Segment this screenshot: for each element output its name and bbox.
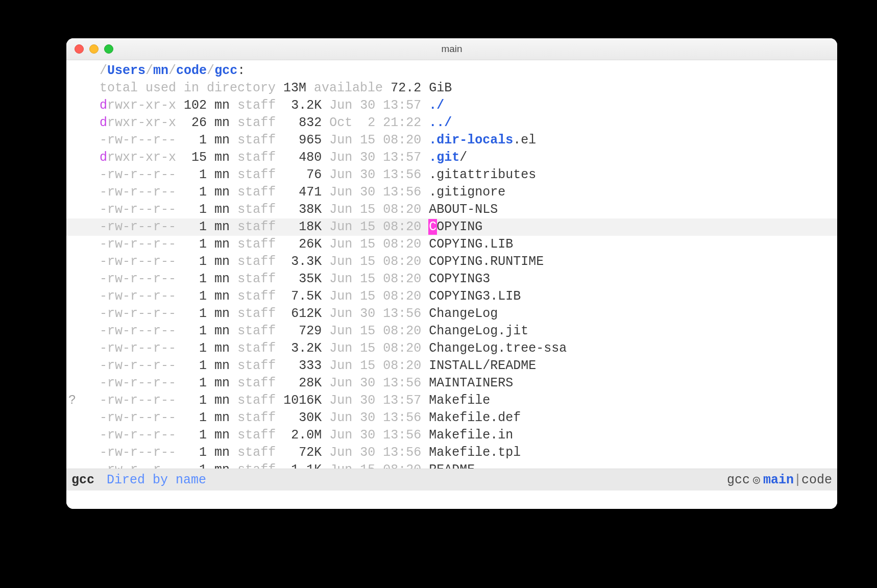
perm-dir-flag: d: [100, 98, 107, 113]
perm-bits: -rw-r--r--: [100, 289, 176, 304]
file-name[interactable]: .gitignore: [429, 185, 505, 200]
size: 965: [283, 133, 322, 148]
perm-bits: -rw-r--r--: [100, 254, 176, 269]
file-name-link[interactable]: ../: [429, 115, 452, 130]
dired-entry[interactable]: -rw-r--r-- 1 mn staff 612K Jun 30 13:56 …: [66, 305, 837, 323]
file-name[interactable]: Makefile.in: [429, 428, 513, 443]
dired-entry[interactable]: -rw-r--r-- 1 mn staff 18K Jun 15 08:20 C…: [66, 218, 837, 236]
file-name[interactable]: MAINTAINERS: [429, 376, 513, 390]
dired-entry[interactable]: -rw-r--r-- 1 mn staff 38K Jun 15 08:20 A…: [66, 201, 837, 218]
date: Jun 30 13:57: [329, 393, 421, 408]
size: 7.5K: [283, 289, 322, 304]
titlebar[interactable]: main: [66, 38, 837, 60]
dired-entry[interactable]: -rw-r--r-- 1 mn staff 35K Jun 15 08:20 C…: [66, 271, 837, 288]
file-name-suffix[interactable]: /: [459, 150, 467, 165]
size: 26K: [283, 237, 322, 252]
dired-entry[interactable]: drwxr-xr-x 102 mn staff 3.2K Jun 30 13:5…: [66, 97, 837, 114]
dired-entry[interactable]: ? -rw-r--r-- 1 mn staff 1016K Jun 30 13:…: [66, 392, 837, 409]
file-name-link[interactable]: .git: [429, 150, 459, 165]
date: Jun 30 13:56: [329, 167, 421, 182]
dired-entry[interactable]: -rw-r--r-- 1 mn staff 3.2K Jun 15 08:20 …: [66, 340, 837, 357]
owner: mn: [214, 358, 230, 373]
file-name[interactable]: COPYING3: [429, 272, 490, 286]
dired-entry[interactable]: -rw-r--r-- 1 mn staff 965 Jun 15 08:20 .…: [66, 132, 837, 149]
dired-summary: total used in directory 13M available 72…: [66, 80, 837, 97]
owner: mn: [214, 150, 230, 165]
date: Jun 15 08:20: [329, 341, 421, 356]
dired-entry[interactable]: -rw-r--r-- 1 mn staff 26K Jun 15 08:20 C…: [66, 236, 837, 253]
dired-entry[interactable]: -rw-r--r-- 1 mn staff 7.5K Jun 15 08:20 …: [66, 288, 837, 305]
path-segment[interactable]: Users: [107, 63, 145, 78]
file-name-suffix[interactable]: .el: [513, 133, 536, 148]
editor-buffer[interactable]: /Users/mn/code/gcc: total used in direct…: [66, 60, 837, 469]
group: staff: [237, 98, 276, 113]
file-name[interactable]: COPYING.LIB: [429, 237, 513, 252]
modeline-buffer-name[interactable]: gcc: [71, 473, 94, 487]
file-name[interactable]: ChangeLog.jit: [429, 324, 528, 338]
date: Jun 30 13:56: [329, 376, 421, 390]
dired-entry[interactable]: drwxr-xr-x 15 mn staff 480 Jun 30 13:57 …: [66, 149, 837, 166]
file-name[interactable]: INSTALL/README: [429, 358, 536, 373]
file-name[interactable]: Makefile.def: [429, 410, 521, 425]
modeline-major-mode[interactable]: Dired by name: [107, 473, 206, 487]
owner: mn: [214, 254, 230, 269]
path-segment[interactable]: code: [176, 63, 207, 78]
dired-entry[interactable]: -rw-r--r-- 1 mn staff 333 Jun 15 08:20 I…: [66, 357, 837, 375]
minimize-icon[interactable]: [89, 44, 99, 54]
date: Jun 15 08:20: [329, 237, 421, 252]
path-segment[interactable]: mn: [153, 63, 168, 78]
modeline-project[interactable]: gcc: [727, 473, 750, 487]
size: 72K: [283, 445, 322, 460]
file-name-link[interactable]: ./: [429, 98, 444, 113]
file-name[interactable]: COPYING3.LIB: [429, 289, 521, 304]
dired-entry[interactable]: drwxr-xr-x 26 mn staff 832 Oct 2 21:22 .…: [66, 114, 837, 132]
owner: mn: [214, 115, 230, 130]
file-name[interactable]: Makefile.tpl: [429, 445, 521, 460]
path-segment[interactable]: gcc: [214, 63, 237, 78]
point-cursor: C: [429, 219, 436, 234]
size: 76: [283, 167, 322, 182]
vc-icon: ◎: [753, 473, 760, 487]
perm-bits: -rw-r--r--: [100, 358, 176, 373]
group: staff: [237, 272, 276, 286]
file-name[interactable]: .gitattributes: [429, 167, 536, 182]
dired-entry[interactable]: -rw-r--r-- 1 mn staff 3.3K Jun 15 08:20 …: [66, 253, 837, 271]
dired-header-path[interactable]: /Users/mn/code/gcc:: [66, 62, 837, 80]
dired-entry[interactable]: -rw-r--r-- 1 mn staff 72K Jun 30 13:56 M…: [66, 444, 837, 461]
modeline[interactable]: gcc Dired by name gcc ◎ main | code: [66, 469, 837, 491]
dired-entry[interactable]: -rw-r--r-- 1 mn staff 729 Jun 15 08:20 C…: [66, 323, 837, 340]
link-count: 1: [184, 272, 207, 286]
dired-entry[interactable]: -rw-r--r-- 1 mn staff 76 Jun 30 13:56 .g…: [66, 166, 837, 184]
dired-entry[interactable]: -rw-r--r-- 1 mn staff 30K Jun 30 13:56 M…: [66, 409, 837, 427]
file-name[interactable]: OPYING: [436, 219, 482, 234]
date: Jun 15 08:20: [329, 358, 421, 373]
close-icon[interactable]: [75, 44, 84, 54]
file-name[interactable]: Makefile: [429, 393, 490, 408]
date: Jun 30 13:56: [329, 410, 421, 425]
link-count: 1: [184, 341, 207, 356]
owner: mn: [214, 410, 230, 425]
minibuffer[interactable]: [66, 491, 837, 509]
modeline-right: gcc ◎ main | code: [727, 473, 832, 487]
owner: mn: [214, 341, 230, 356]
zoom-icon[interactable]: [104, 44, 113, 54]
link-count: 1: [184, 185, 207, 200]
link-count: 1: [184, 237, 207, 252]
perm-bits: -rw-r--r--: [100, 306, 176, 321]
dired-entry[interactable]: -rw-r--r-- 1 mn staff 28K Jun 30 13:56 M…: [66, 375, 837, 392]
file-name-link[interactable]: .dir-locals: [429, 133, 513, 148]
date: Jun 15 08:20: [329, 219, 421, 234]
link-count: 15: [184, 150, 207, 165]
file-name[interactable]: ChangeLog.tree-ssa: [429, 341, 567, 356]
file-name[interactable]: ChangeLog: [429, 306, 498, 321]
modeline-branch[interactable]: main: [763, 473, 794, 487]
file-name[interactable]: ABOUT-NLS: [429, 202, 498, 217]
file-name[interactable]: COPYING.RUNTIME: [429, 254, 544, 269]
group: staff: [237, 289, 276, 304]
dired-entry[interactable]: -rw-r--r-- 1 mn staff 2.0M Jun 30 13:56 …: [66, 427, 837, 444]
group: staff: [237, 202, 276, 217]
window-title: main: [66, 43, 837, 55]
size: 1016K: [283, 393, 322, 408]
dired-entry-partial[interactable]: -rw-r--r-- 1 mn staff 1.1K Jun 15 08:20 …: [66, 461, 837, 469]
dired-entry[interactable]: -rw-r--r-- 1 mn staff 471 Jun 30 13:56 .…: [66, 184, 837, 201]
